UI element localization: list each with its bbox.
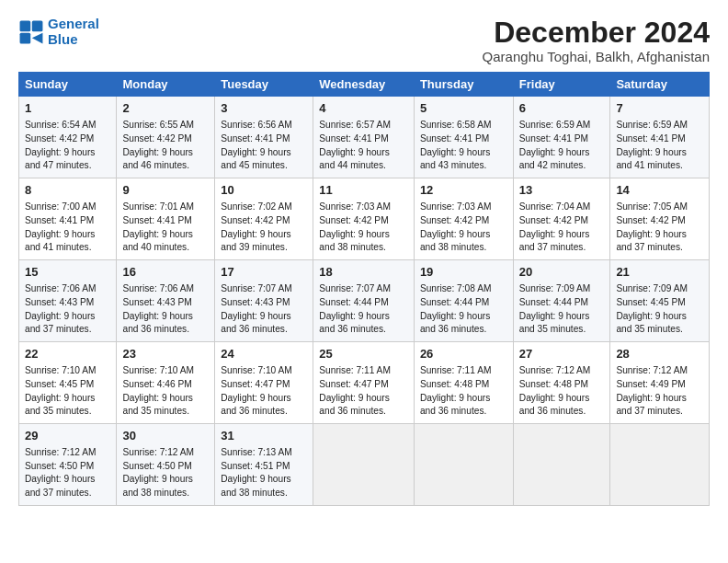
day-info-line: Sunset: 4:44 PM [420, 296, 507, 310]
day-info-line: Sunset: 4:49 PM [616, 378, 703, 392]
calendar-cell: 28Sunrise: 7:12 AMSunset: 4:49 PMDayligh… [610, 342, 710, 424]
day-info-line: Daylight: 9 hours [221, 473, 307, 487]
day-info-line: Sunset: 4:42 PM [25, 132, 110, 146]
day-info-line: Sunrise: 7:12 AM [616, 364, 703, 378]
calendar-cell [414, 424, 513, 506]
day-number: 24 [221, 346, 307, 363]
day-info-line: and 36 minutes. [122, 323, 209, 337]
day-info-line: and 36 minutes. [420, 405, 507, 419]
day-info-line: and 41 minutes. [25, 241, 110, 255]
day-info-line: Sunrise: 7:07 AM [319, 282, 408, 296]
day-info-line: and 45 minutes. [221, 159, 307, 173]
calendar-cell: 8Sunrise: 7:00 AMSunset: 4:41 PMDaylight… [19, 178, 117, 260]
day-info-line: Daylight: 9 hours [319, 146, 408, 160]
calendar-week-2: 8Sunrise: 7:00 AMSunset: 4:41 PMDaylight… [19, 178, 710, 260]
day-info-line: Sunrise: 7:12 AM [122, 446, 209, 460]
day-info-line: Daylight: 9 hours [221, 392, 307, 406]
day-info-line: Sunrise: 7:12 AM [25, 446, 110, 460]
calendar-subtitle: Qaranghu Toghai, Balkh, Afghanistan [483, 49, 710, 64]
day-info-line: Sunrise: 7:00 AM [25, 201, 110, 214]
calendar-cell: 2Sunrise: 6:55 AMSunset: 4:42 PMDaylight… [117, 97, 215, 178]
logo-text: GeneralBlue [48, 17, 99, 47]
calendar-cell: 1Sunrise: 6:54 AMSunset: 4:42 PMDaylight… [19, 97, 117, 178]
day-info-line: Daylight: 9 hours [25, 228, 110, 242]
day-number: 16 [122, 264, 209, 282]
calendar-cell: 12Sunrise: 7:03 AMSunset: 4:42 PMDayligh… [414, 178, 513, 260]
day-number: 23 [122, 346, 209, 363]
day-info-line: Sunset: 4:41 PM [519, 132, 605, 146]
day-info-line: Daylight: 9 hours [616, 310, 703, 324]
day-number: 28 [616, 346, 703, 363]
day-info-line: Sunrise: 7:11 AM [319, 364, 408, 378]
day-number: 20 [519, 264, 605, 282]
day-info-line: Daylight: 9 hours [122, 146, 209, 160]
day-number: 9 [122, 182, 209, 200]
calendar-cell: 18Sunrise: 7:07 AMSunset: 4:44 PMDayligh… [313, 260, 415, 342]
day-info-line: and 38 minutes. [319, 241, 408, 255]
day-number: 14 [616, 182, 703, 200]
calendar-cell: 15Sunrise: 7:06 AMSunset: 4:43 PMDayligh… [19, 260, 117, 342]
day-number: 15 [25, 264, 110, 282]
day-info-line: Sunrise: 7:09 AM [616, 282, 703, 296]
day-number: 25 [319, 346, 408, 363]
day-info-line: and 41 minutes. [616, 159, 703, 173]
day-info-line: Sunrise: 7:10 AM [221, 364, 307, 378]
day-number: 29 [25, 428, 110, 445]
svg-rect-0 [20, 20, 31, 31]
day-info-line: Sunset: 4:50 PM [122, 460, 209, 474]
calendar-cell: 22Sunrise: 7:10 AMSunset: 4:45 PMDayligh… [19, 342, 117, 424]
day-info-line: and 38 minutes. [420, 241, 507, 255]
day-number: 8 [25, 182, 110, 200]
calendar-cell: 31Sunrise: 7:13 AMSunset: 4:51 PMDayligh… [215, 424, 313, 506]
day-info-line: Sunset: 4:50 PM [25, 460, 110, 474]
day-info-line: Daylight: 9 hours [122, 473, 209, 487]
day-info-line: and 36 minutes. [519, 405, 605, 419]
day-info-line: and 35 minutes. [122, 405, 209, 419]
calendar-table: SundayMondayTuesdayWednesdayThursdayFrid… [18, 72, 710, 506]
day-info-line: Sunset: 4:45 PM [616, 296, 703, 310]
day-info-line: Sunrise: 7:06 AM [25, 282, 110, 296]
calendar-week-1: 1Sunrise: 6:54 AMSunset: 4:42 PMDaylight… [19, 97, 710, 178]
calendar-cell: 27Sunrise: 7:12 AMSunset: 4:48 PMDayligh… [513, 342, 610, 424]
day-info-line: and 38 minutes. [122, 487, 209, 500]
day-info-line: Sunrise: 6:58 AM [420, 119, 507, 132]
day-info-line: and 35 minutes. [616, 323, 703, 337]
calendar-cell [313, 424, 415, 506]
day-number: 2 [122, 100, 209, 118]
day-number: 31 [221, 428, 307, 445]
day-info-line: Sunset: 4:41 PM [420, 132, 507, 146]
day-info-line: Daylight: 9 hours [420, 392, 507, 406]
day-info-line: Sunset: 4:43 PM [25, 296, 110, 310]
calendar-cell: 14Sunrise: 7:05 AMSunset: 4:42 PMDayligh… [610, 178, 710, 260]
day-info-line: Sunrise: 7:05 AM [616, 201, 703, 214]
calendar-title: December 2024 [483, 17, 710, 49]
day-info-line: Daylight: 9 hours [122, 392, 209, 406]
day-info-line: Sunrise: 6:57 AM [319, 119, 408, 132]
calendar-cell: 11Sunrise: 7:03 AMSunset: 4:42 PMDayligh… [313, 178, 415, 260]
header-cell-tuesday: Tuesday [215, 73, 313, 97]
calendar-cell: 3Sunrise: 6:56 AMSunset: 4:41 PMDaylight… [215, 97, 313, 178]
day-info-line: Sunset: 4:45 PM [25, 378, 110, 392]
day-info-line: Daylight: 9 hours [25, 473, 110, 487]
calendar-header-row: SundayMondayTuesdayWednesdayThursdayFrid… [19, 73, 710, 97]
calendar-cell: 16Sunrise: 7:06 AMSunset: 4:43 PMDayligh… [117, 260, 215, 342]
day-info-line: Sunset: 4:42 PM [616, 214, 703, 228]
day-info-line: Daylight: 9 hours [420, 310, 507, 324]
calendar-cell: 4Sunrise: 6:57 AMSunset: 4:41 PMDaylight… [313, 97, 415, 178]
day-info-line: and 38 minutes. [221, 487, 307, 500]
day-number: 27 [519, 346, 605, 363]
day-info-line: Sunrise: 7:04 AM [519, 201, 605, 214]
day-number: 5 [420, 100, 507, 118]
title-block: December 2024 Qaranghu Toghai, Balkh, Af… [483, 17, 710, 64]
day-info-line: Sunset: 4:41 PM [221, 132, 307, 146]
day-info-line: and 36 minutes. [319, 405, 408, 419]
day-number: 13 [519, 182, 605, 200]
day-info-line: and 37 minutes. [616, 241, 703, 255]
logo-icon [18, 19, 44, 45]
day-info-line: and 40 minutes. [122, 241, 209, 255]
day-number: 26 [420, 346, 507, 363]
day-number: 12 [420, 182, 507, 200]
day-number: 21 [616, 264, 703, 282]
day-info-line: Sunset: 4:42 PM [519, 214, 605, 228]
day-info-line: and 39 minutes. [221, 241, 307, 255]
